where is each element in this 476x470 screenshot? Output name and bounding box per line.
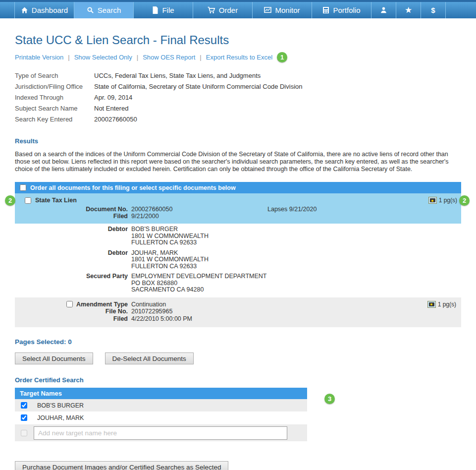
monitor-icon — [264, 6, 271, 14]
order-all-header: Order all documents for this filing or s… — [15, 182, 461, 193]
amendment-filed-label: Filed — [15, 315, 128, 323]
target-row: JOUHAR, MARK — [15, 411, 307, 424]
party-name: BOB'S BURGER — [131, 226, 209, 233]
step-badge-1: 1 — [277, 52, 287, 62]
target-name: BOB'S BURGER — [37, 402, 84, 409]
parties-section: Debtor BOB'S BURGER 1801 W COMMONWEALTH … — [15, 224, 461, 297]
amendment-filed-row: Filed 4/22/2010 5:00:00 PM — [15, 315, 457, 323]
top-nav: Dashboard Search File Order Monitor Port… — [0, 0, 476, 18]
camera-icon — [428, 197, 437, 204]
deselect-all-button[interactable]: De-Select All Documents — [105, 352, 194, 364]
detail-row: Subject Search Name Not Entered — [15, 103, 461, 114]
filing-table: 2 2 Order all documents for this filing … — [15, 182, 461, 327]
search-icon — [87, 6, 94, 14]
camera-icon — [427, 301, 436, 308]
party-city: SACRAMENTO CA 94280 — [131, 287, 266, 294]
amendment-pages: 1 pg(s) — [427, 301, 456, 308]
home-icon — [21, 6, 28, 14]
dollar-glyph: $ — [431, 6, 435, 14]
star-glyph: ★ — [405, 5, 412, 15]
results-disclaimer: Based on a search of the indices of the … — [15, 151, 461, 173]
amendment-type-label: Amendment Type — [15, 301, 128, 308]
lien-row: State Tax Lien 1 pg(s) — [15, 193, 461, 206]
order-certified-search: Order Certified Search 3 Target Names BO… — [15, 376, 461, 470]
detail-label: Jurisdiction/Filing Office — [15, 81, 94, 92]
order-all-checkbox[interactable] — [20, 184, 26, 191]
lien-checkbox[interactable] — [25, 197, 31, 204]
party-city: FULLERTON CA 92633 — [131, 263, 209, 270]
add-target-checkbox — [21, 430, 27, 436]
nav-tab-account[interactable] — [371, 2, 396, 18]
show-selected-only-link[interactable]: Show Selected Only — [74, 54, 132, 61]
file-no-value: 201072295965 — [131, 308, 172, 315]
favorites-star-icon[interactable]: ★ — [396, 2, 421, 18]
link-separator: | — [137, 54, 138, 61]
filed-label: Filed — [15, 213, 128, 220]
nav-spacer — [0, 2, 15, 18]
party-row: Secured Party EMPLOYMENT DEVELOPMENT DEP… — [15, 273, 461, 294]
show-oes-report-link[interactable]: Show OES Report — [143, 54, 195, 61]
nav-tab-search[interactable]: Search — [74, 2, 134, 18]
order-all-label: Order all documents for this filing or s… — [30, 184, 236, 191]
detail-value: State of California, Secretary of State … — [94, 81, 303, 92]
amendment-checkbox[interactable] — [66, 301, 73, 307]
document-no-label: Document No. — [15, 206, 128, 213]
lien-pages: 1 pg(s) — [428, 197, 457, 204]
nav-fill — [446, 2, 476, 18]
nav-tab-label: Monitor — [275, 6, 300, 14]
nav-tab-dashboard[interactable]: Dashboard — [15, 2, 74, 18]
nav-tab-order[interactable]: Order — [193, 2, 253, 18]
detail-row: Type of Search UCCs, Federal Tax Liens, … — [15, 70, 461, 81]
party-address: BOB'S BURGER 1801 W COMMONWEALTH FULLERT… — [131, 226, 209, 246]
selection-buttons: Select All Documents De-Select All Docum… — [15, 352, 461, 364]
portfolio-icon — [322, 6, 329, 14]
certified-search-heading: Order Certified Search — [15, 376, 461, 384]
search-details: Type of Search UCCs, Federal Tax Liens, … — [15, 70, 461, 125]
select-all-button[interactable]: Select All Documents — [15, 352, 93, 364]
purchase-button[interactable]: Purchase Document Images and/or Certifie… — [15, 461, 228, 470]
party-row: Debtor BOB'S BURGER 1801 W COMMONWEALTH … — [15, 226, 461, 246]
detail-label: Subject Search Name — [15, 103, 94, 114]
export-results-excel-link[interactable]: Export Results to Excel — [206, 54, 272, 61]
file-no-label: File No. — [15, 308, 128, 315]
document-no-row: Document No. 200027660050 Lapses 9/21/20… — [15, 206, 461, 213]
party-address: JOUHAR, MARK 1801 W COMMONWEALTH FULLERT… — [131, 250, 209, 270]
add-target-input[interactable] — [34, 426, 287, 440]
detail-row: Jurisdiction/Filing Office State of Cali… — [15, 81, 461, 92]
target-name: JOUHAR, MARK — [37, 414, 84, 421]
detail-value: 200027660050 — [94, 114, 137, 125]
lapses-value: Lapses 9/21/2020 — [267, 206, 317, 213]
party-role: Debtor — [15, 226, 128, 246]
lien-section: State Tax Lien 1 pg(s) Document No. 2000… — [15, 193, 461, 224]
detail-value: Apr. 09, 2014 — [94, 92, 132, 103]
nav-tab-monitor[interactable]: Monitor — [253, 2, 312, 18]
amendment-type-row: Amendment Type Continuation — [15, 301, 457, 308]
billing-dollar-icon[interactable]: $ — [421, 2, 446, 18]
file-no-row: File No. 201072295965 — [15, 308, 457, 315]
party-role: Debtor — [15, 250, 128, 270]
link-separator: | — [68, 54, 69, 61]
party-role: Secured Party — [15, 273, 128, 294]
step-badge-2-left: 2 — [5, 195, 15, 206]
party-street: PO BOX 826880 — [131, 280, 266, 287]
nav-tab-portfolio[interactable]: Portfolio — [312, 2, 371, 18]
step-badge-3: 3 — [324, 394, 335, 404]
nav-tab-file[interactable]: File — [134, 2, 193, 18]
amendment-section: Amendment Type Continuation File No. 201… — [15, 297, 461, 328]
user-icon — [380, 6, 387, 14]
page-count: 1 pg(s) — [438, 301, 456, 308]
amendment-filed-value: 4/22/2010 5:00:00 PM — [131, 315, 192, 323]
party-street: 1801 W COMMONWEALTH — [131, 256, 209, 263]
nav-tab-label: Order — [219, 6, 238, 14]
page-title: State UCC & Lien Search - Final Results — [15, 33, 461, 47]
target-checkbox[interactable] — [21, 414, 27, 421]
document-no-value: 200027660050 — [131, 206, 172, 213]
detail-label: Type of Search — [15, 70, 94, 81]
party-address: EMPLOYMENT DEVELOPMENT DEPARTMENT PO BOX… — [131, 273, 266, 294]
printable-version-link[interactable]: Printable Version — [15, 54, 63, 61]
target-checkbox[interactable] — [21, 402, 27, 409]
filed-row: Filed 9/21/2000 — [15, 213, 461, 220]
results-heading: Results — [15, 137, 461, 145]
party-name: JOUHAR, MARK — [131, 250, 209, 257]
nav-tab-label: Search — [98, 6, 121, 14]
